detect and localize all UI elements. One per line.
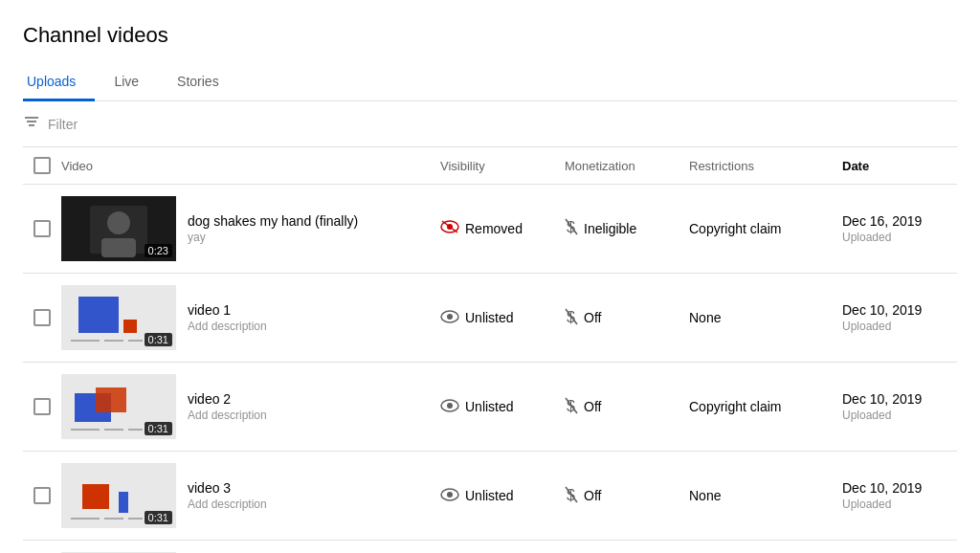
row4-date-sub: Uploaded [842, 498, 957, 511]
row3-duration: 0:31 [145, 422, 172, 435]
row2-restrictions: None [689, 310, 842, 325]
row1-restrictions: Copyright claim [689, 221, 842, 236]
row2-date: Dec 10, 2019 Uploaded [842, 302, 957, 333]
row3-date: Dec 10, 2019 Uploaded [842, 391, 957, 422]
row1-thumbnail[interactable]: 0:23 [61, 196, 176, 261]
row1-date-text: Dec 16, 2019 [842, 213, 957, 229]
row1-checkbox[interactable] [33, 220, 51, 237]
eye-icon [440, 488, 459, 504]
row2-thumbnail[interactable]: 0:31 [61, 285, 176, 350]
row1-subtitle: yay [188, 231, 358, 244]
table-row: 0:31 video 4 Add description Unlisted [23, 541, 957, 553]
header-visibility: Visibility [440, 159, 565, 173]
row4-checkbox-cell [23, 487, 61, 504]
row4-visibility: Unlisted [440, 488, 565, 504]
table-row: 0:31 video 1 Add description Unlisted [23, 274, 957, 363]
row2-monetization: $ Off [565, 307, 689, 329]
page-container: Channel videos Uploads Live Stories Filt… [0, 0, 980, 553]
row3-visibility-text: Unlisted [465, 399, 514, 414]
row3-date-sub: Uploaded [842, 409, 957, 422]
row2-duration: 0:31 [145, 333, 172, 346]
row1-date: Dec 16, 2019 Uploaded [842, 213, 957, 244]
dollar-off-icon: $ [565, 307, 578, 329]
row2-visibility-text: Unlisted [465, 310, 514, 325]
table-row: 0:31 video 3 Add description Unlisted [23, 452, 957, 541]
removed-icon [440, 220, 459, 237]
ineligible-icon: $ [565, 217, 578, 240]
header-restrictions: Restrictions [689, 159, 842, 173]
row4-title: video 3 [188, 480, 267, 496]
row4-info: video 3 Add description [188, 480, 267, 511]
dollar-off-icon: $ [565, 485, 578, 507]
svg-point-5 [107, 211, 130, 234]
header-date: Date [842, 159, 957, 173]
row4-monetization: $ Off [565, 485, 689, 507]
page-title: Channel videos [23, 23, 957, 48]
filter-placeholder[interactable]: Filter [48, 117, 78, 132]
svg-rect-24 [96, 387, 126, 412]
row3-restrictions: Copyright claim [689, 399, 842, 414]
row2-info: video 1 Add description [188, 302, 267, 333]
row4-date-text: Dec 10, 2019 [842, 480, 957, 496]
row2-visibility: Unlisted [440, 310, 565, 326]
row3-subtitle: Add description [188, 409, 267, 422]
svg-rect-34 [119, 492, 128, 513]
dollar-off-icon: $ [565, 396, 578, 418]
svg-rect-13 [78, 297, 119, 333]
row2-date-sub: Uploaded [842, 320, 957, 333]
row3-visibility: Unlisted [440, 399, 565, 415]
tab-uploads[interactable]: Uploads [23, 64, 95, 101]
row2-checkbox[interactable] [33, 309, 51, 326]
header-checkbox-cell [23, 157, 61, 174]
row1-date-sub: Uploaded [842, 231, 957, 244]
filter-bar: Filter [23, 101, 957, 147]
row3-monetization: $ Off [565, 396, 689, 418]
row3-title: video 2 [188, 391, 267, 407]
eye-icon [440, 399, 459, 415]
tab-live[interactable]: Live [110, 64, 158, 101]
row3-video-cell: 0:31 video 2 Add description [61, 374, 440, 439]
row2-subtitle: Add description [188, 320, 267, 333]
filter-icon [23, 113, 40, 135]
row4-thumbnail[interactable]: 0:31 [61, 463, 176, 528]
table-row: 0:23 dog shakes my hand (finally) yay Re… [23, 185, 957, 274]
tab-stories[interactable]: Stories [173, 64, 238, 101]
row4-monetization-text: Off [584, 488, 601, 503]
row1-duration: 0:23 [145, 244, 172, 257]
svg-point-19 [447, 314, 453, 320]
row4-date: Dec 10, 2019 Uploaded [842, 480, 957, 511]
row4-checkbox[interactable] [33, 487, 51, 504]
row3-thumbnail[interactable]: 0:31 [61, 374, 176, 439]
svg-rect-6 [101, 238, 136, 257]
row3-date-text: Dec 10, 2019 [842, 391, 957, 407]
header-monetization: Monetization [565, 159, 689, 173]
row2-date-text: Dec 10, 2019 [842, 302, 957, 318]
row4-duration: 0:31 [145, 511, 172, 524]
row1-title: dog shakes my hand (finally) [188, 213, 358, 229]
row3-info: video 2 Add description [188, 391, 267, 422]
row2-monetization-text: Off [584, 310, 601, 325]
row4-video-cell: 0:31 video 3 Add description [61, 463, 440, 528]
select-all-checkbox[interactable] [33, 157, 51, 174]
row4-subtitle: Add description [188, 498, 267, 511]
svg-rect-33 [82, 484, 109, 509]
row4-visibility-text: Unlisted [465, 488, 514, 503]
row1-info: dog shakes my hand (finally) yay [188, 213, 358, 244]
row1-checkbox-cell [23, 220, 61, 237]
row3-checkbox[interactable] [33, 398, 51, 415]
table-header: Video Visibility Monetization Restrictio… [23, 147, 957, 185]
svg-rect-14 [123, 320, 137, 333]
row2-checkbox-cell [23, 309, 61, 326]
row4-restrictions: None [689, 488, 842, 503]
row1-visibility: Removed [440, 220, 565, 237]
row1-visibility-text: Removed [465, 221, 523, 236]
svg-point-29 [447, 403, 453, 409]
row3-monetization-text: Off [584, 399, 601, 414]
row2-video-cell: 0:31 video 1 Add description [61, 285, 440, 350]
eye-icon [440, 310, 459, 326]
tabs-bar: Uploads Live Stories [23, 63, 957, 101]
svg-point-39 [447, 492, 453, 498]
row1-video-cell: 0:23 dog shakes my hand (finally) yay [61, 196, 440, 261]
row1-monetization-text: Ineligible [584, 221, 636, 236]
row1-monetization: $ Ineligible [565, 217, 689, 240]
